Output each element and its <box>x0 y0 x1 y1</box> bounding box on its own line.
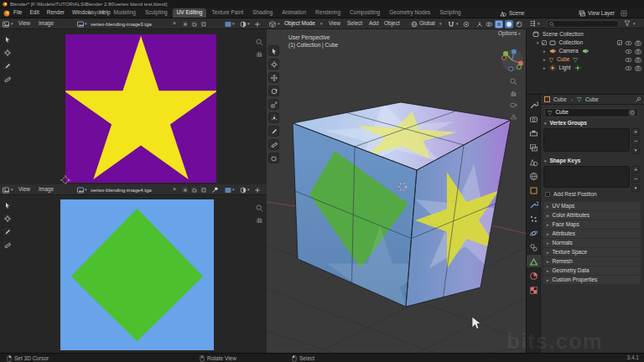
open-image-icon[interactable] <box>190 186 198 194</box>
tool-move[interactable] <box>268 72 279 83</box>
tool-add-primitive[interactable] <box>268 153 279 163</box>
panel-attributes[interactable]: ▸Attributes <box>543 230 641 238</box>
show-gizmo-icon[interactable] <box>476 21 483 28</box>
expand-caret[interactable]: ▸ <box>543 66 546 70</box>
render-camera-icon[interactable] <box>635 49 641 54</box>
tab-animation[interactable]: Animation <box>278 8 310 18</box>
hide-eye-icon[interactable] <box>625 49 632 54</box>
mode-selector[interactable]: Object Mode <box>284 21 315 27</box>
add-shape-key-button[interactable]: + <box>631 166 640 173</box>
tab-texture-paint[interactable]: Texture Paint <box>207 8 247 18</box>
tab-shading[interactable]: Shading <box>248 8 277 18</box>
tool-cursor[interactable] <box>2 47 13 58</box>
unlink-image-icon[interactable]: × <box>173 20 176 26</box>
tool-measure[interactable] <box>268 139 279 150</box>
orientation-label[interactable]: Global <box>419 21 435 27</box>
overlays-icon[interactable] <box>486 21 492 28</box>
collection-checkbox[interactable]: ✓ <box>542 40 547 45</box>
editor-type-caret[interactable]: ▾ <box>11 22 13 26</box>
new-view-layer-icon[interactable] <box>621 10 627 17</box>
filter-funnel-icon[interactable] <box>624 20 631 27</box>
display-channels-icon[interactable] <box>240 21 247 28</box>
orientation-globe-icon[interactable] <box>411 21 418 28</box>
image-mode-icon[interactable] <box>225 21 231 28</box>
panel-remesh[interactable]: ▸Remesh <box>543 257 641 266</box>
navigation-gizmo[interactable] <box>500 48 525 73</box>
tab-scene[interactable] <box>529 158 538 167</box>
remove-vertex-group-button[interactable]: − <box>631 137 640 145</box>
panel-geometry-data[interactable]: ▸Geometry Data <box>543 266 641 275</box>
options-dropdown[interactable]: Options ▾ <box>498 31 521 37</box>
tool-scale[interactable] <box>268 99 279 110</box>
uv-bottom-image-name[interactable]: vertex-blending-image4.tga <box>91 188 152 193</box>
pin-icon[interactable] <box>211 186 219 194</box>
blender-menu-icon[interactable] <box>3 10 10 17</box>
image-browse-caret[interactable]: ▾ <box>85 188 87 192</box>
render-camera-icon[interactable] <box>635 57 641 63</box>
viewport-menu-select[interactable]: Select <box>347 21 362 27</box>
image-mode-caret[interactable]: ▾ <box>232 188 235 192</box>
tool-annotate[interactable] <box>268 126 279 137</box>
image-browse-icon[interactable] <box>77 187 84 194</box>
tab-material[interactable] <box>529 272 538 281</box>
image-mode-caret[interactable]: ▾ <box>232 22 235 26</box>
tab-particles[interactable] <box>529 215 538 224</box>
tab-tool[interactable] <box>529 101 538 110</box>
tab-view-layer[interactable] <box>529 143 538 153</box>
shape-keys-panel-header[interactable]: ▾ Shape Keys <box>544 158 580 164</box>
viewport-pan-icon[interactable] <box>510 90 517 97</box>
new-image-icon[interactable] <box>181 20 189 28</box>
tab-constraints[interactable] <box>529 243 538 252</box>
vertex-groups-panel-header[interactable]: ▾ Vertex Groups <box>544 121 587 127</box>
tab-compositing[interactable]: Compositing <box>345 8 384 18</box>
outliner-row-light[interactable]: ▸ Light <box>527 64 644 72</box>
filter-caret[interactable]: ▾ <box>633 22 636 26</box>
tool-transform[interactable] <box>268 112 279 123</box>
tool-measure[interactable] <box>2 74 13 85</box>
display-channels-caret[interactable]: ▾ <box>247 22 250 26</box>
viewport-canvas[interactable]: User Perspective (1) Collection | Cube O… <box>267 29 527 353</box>
scene-selector[interactable]: Scene <box>500 10 524 17</box>
menu-render[interactable]: Render <box>47 10 65 16</box>
image-mode-icon[interactable] <box>225 187 231 194</box>
zoom-gizmo-icon[interactable] <box>256 39 263 46</box>
tool-measure[interactable] <box>2 240 13 251</box>
editor-type-caret[interactable]: ▾ <box>278 22 280 26</box>
remove-shape-key-button[interactable]: − <box>631 175 640 183</box>
panel-normals[interactable]: ▸Normals <box>543 239 641 247</box>
zoom-gizmo-icon[interactable] <box>256 204 263 212</box>
hide-eye-icon[interactable] <box>625 65 632 71</box>
tool-rotate[interactable] <box>268 85 279 96</box>
breadcrumb-data[interactable]: Cube <box>585 97 599 103</box>
pan-gizmo-icon[interactable] <box>256 50 263 58</box>
menu-file[interactable]: File <box>13 10 22 16</box>
panel-texture-space[interactable]: ▸Texture Space <box>543 248 641 256</box>
fake-user-icon[interactable] <box>628 109 636 116</box>
shading-rendered-button[interactable] <box>516 21 522 28</box>
expand-caret[interactable]: ▸ <box>543 58 546 62</box>
pack-image-icon[interactable] <box>200 186 207 194</box>
panel-color-attributes[interactable]: ▸Color Attributes <box>543 211 641 220</box>
mode-caret[interactable]: ▾ <box>320 22 323 26</box>
viewport-persp-icon[interactable] <box>510 113 517 121</box>
outliner-row-camera[interactable]: ▸ Camera <box>527 47 644 55</box>
pack-image-icon[interactable] <box>200 20 207 28</box>
tab-output[interactable] <box>529 129 538 138</box>
tool-cursor[interactable] <box>2 213 13 224</box>
tab-world[interactable] <box>529 172 538 181</box>
image-editor-type-icon[interactable] <box>3 187 9 194</box>
outliner-row-scene-collection[interactable]: Scene Collection <box>527 30 644 39</box>
tab-modeling[interactable]: Modeling <box>110 8 140 18</box>
editor-type-caret[interactable]: ▾ <box>538 22 540 26</box>
image-browse-caret[interactable]: ▾ <box>85 22 87 26</box>
uv-bottom-menu-image[interactable]: Image <box>39 187 54 193</box>
shape-keys-list[interactable] <box>543 166 630 188</box>
uv-top-menu-image[interactable]: Image <box>39 21 54 27</box>
uv-top-canvas[interactable] <box>0 29 267 184</box>
new-image-icon[interactable] <box>181 186 189 194</box>
add-vertex-group-button[interactable]: + <box>631 128 640 136</box>
display-channels-caret[interactable]: ▾ <box>247 188 250 192</box>
proportional-edit-icon[interactable] <box>463 21 470 28</box>
unlink-image-icon[interactable]: × <box>173 186 176 192</box>
panel-face-maps[interactable]: ▸Face Maps <box>543 220 641 229</box>
